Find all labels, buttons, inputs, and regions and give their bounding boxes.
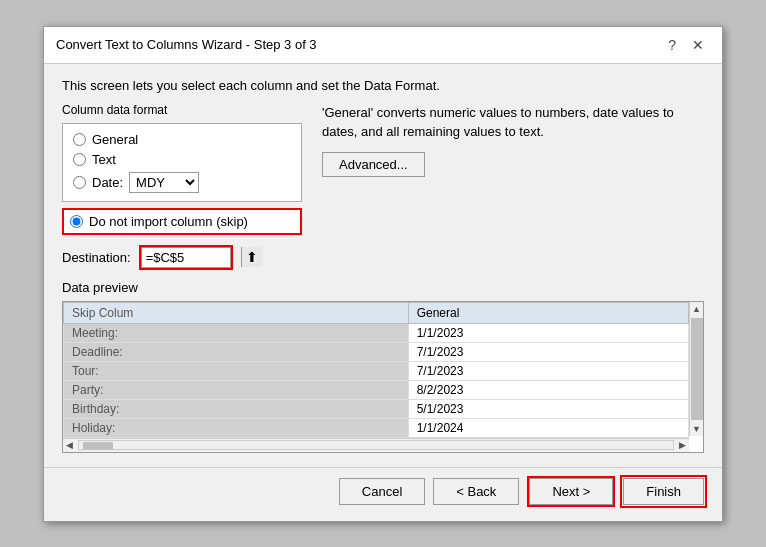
radio-general[interactable] xyxy=(73,133,86,146)
cell-skip-5: Holiday: xyxy=(64,418,409,437)
dialog-title: Convert Text to Columns Wizard - Step 3 … xyxy=(56,37,317,52)
finish-button[interactable]: Finish xyxy=(623,478,704,505)
next-button[interactable]: Next > xyxy=(529,478,613,505)
date-format-select[interactable]: MDY DMY YMD xyxy=(129,172,199,193)
scroll-right-arrow[interactable]: ▶ xyxy=(676,440,689,450)
back-button[interactable]: < Back xyxy=(433,478,519,505)
horizontal-scrollbar[interactable]: ◀ ▶ xyxy=(63,438,689,452)
destination-row: Destination: ⬆ xyxy=(62,245,704,270)
radio-skip-label: Do not import column (skip) xyxy=(89,214,248,229)
radio-text-row: Text xyxy=(73,152,291,167)
radio-skip[interactable] xyxy=(70,215,83,228)
instruction-text: This screen lets you select each column … xyxy=(62,78,704,93)
title-bar-left: Convert Text to Columns Wizard - Step 3 … xyxy=(56,37,317,52)
preview-section: Data preview Skip Colum General Meeting:… xyxy=(62,280,704,453)
cell-general-4: 5/1/2023 xyxy=(408,399,688,418)
dialog-body: This screen lets you select each column … xyxy=(44,64,722,463)
cell-skip-4: Birthday: xyxy=(64,399,409,418)
cell-general-5: 1/1/2024 xyxy=(408,418,688,437)
cell-general-3: 8/2/2023 xyxy=(408,380,688,399)
next-button-wrapper: Next > xyxy=(527,476,615,507)
right-panel: 'General' converts numeric values to num… xyxy=(322,103,704,235)
table-row: Party: 8/2/2023 xyxy=(64,380,689,399)
close-button[interactable]: ✕ xyxy=(686,35,710,55)
radio-general-row: General xyxy=(73,132,291,147)
destination-icon-button[interactable]: ⬆ xyxy=(241,247,262,267)
radio-skip-row: Do not import column (skip) xyxy=(62,208,302,235)
hscroll-track xyxy=(78,440,674,450)
radio-group: General Text Date: MDY DMY YMD xyxy=(62,123,302,202)
table-row: Holiday: 1/1/2024 xyxy=(64,418,689,437)
radio-general-label: General xyxy=(92,132,138,147)
preview-label: Data preview xyxy=(62,280,704,295)
radio-date-label: Date: xyxy=(92,175,123,190)
preview-table: Skip Colum General Meeting: 1/1/2023 Dea… xyxy=(63,302,689,438)
scroll-up-arrow[interactable]: ▲ xyxy=(690,302,703,316)
help-button[interactable]: ? xyxy=(662,35,682,55)
scroll-down-arrow[interactable]: ▼ xyxy=(690,422,703,436)
title-bar-right: ? ✕ xyxy=(662,35,710,55)
radio-text-label: Text xyxy=(92,152,116,167)
radio-text[interactable] xyxy=(73,153,86,166)
preview-header-row: Skip Colum General xyxy=(64,302,689,323)
cell-general-0: 1/1/2023 xyxy=(408,323,688,342)
cell-skip-0: Meeting: xyxy=(64,323,409,342)
content-area: Column data format General Text Date: xyxy=(62,103,704,235)
dialog-footer: Cancel < Back Next > Finish xyxy=(44,467,722,521)
cell-skip-1: Deadline: xyxy=(64,342,409,361)
destination-input-wrapper xyxy=(139,245,233,270)
preview-table-wrapper: Skip Colum General Meeting: 1/1/2023 Dea… xyxy=(62,301,704,453)
table-row: Meeting: 1/1/2023 xyxy=(64,323,689,342)
cell-general-1: 7/1/2023 xyxy=(408,342,688,361)
cancel-button[interactable]: Cancel xyxy=(339,478,425,505)
left-panel: Column data format General Text Date: xyxy=(62,103,302,235)
destination-input[interactable] xyxy=(141,247,231,268)
table-row: Birthday: 5/1/2023 xyxy=(64,399,689,418)
table-row: Tour: 7/1/2023 xyxy=(64,361,689,380)
scroll-thumb-v[interactable] xyxy=(691,318,703,420)
vertical-scrollbar[interactable]: ▲ ▼ xyxy=(689,302,703,436)
preview-col-general-header: General xyxy=(408,302,688,323)
cell-general-2: 7/1/2023 xyxy=(408,361,688,380)
scroll-left-arrow[interactable]: ◀ xyxy=(63,440,76,450)
title-bar: Convert Text to Columns Wizard - Step 3 … xyxy=(44,27,722,64)
radio-date-row: Date: MDY DMY YMD xyxy=(73,172,291,193)
column-format-label: Column data format xyxy=(62,103,302,117)
table-row: Deadline: 7/1/2023 xyxy=(64,342,689,361)
radio-date[interactable] xyxy=(73,176,86,189)
preview-col-skip-header: Skip Colum xyxy=(64,302,409,323)
dialog-window: Convert Text to Columns Wizard - Step 3 … xyxy=(43,26,723,522)
cell-skip-3: Party: xyxy=(64,380,409,399)
destination-label: Destination: xyxy=(62,250,131,265)
hscroll-thumb[interactable] xyxy=(83,442,113,450)
advanced-button[interactable]: Advanced... xyxy=(322,152,425,177)
cell-skip-2: Tour: xyxy=(64,361,409,380)
general-desc-text: 'General' converts numeric values to num… xyxy=(322,103,704,142)
